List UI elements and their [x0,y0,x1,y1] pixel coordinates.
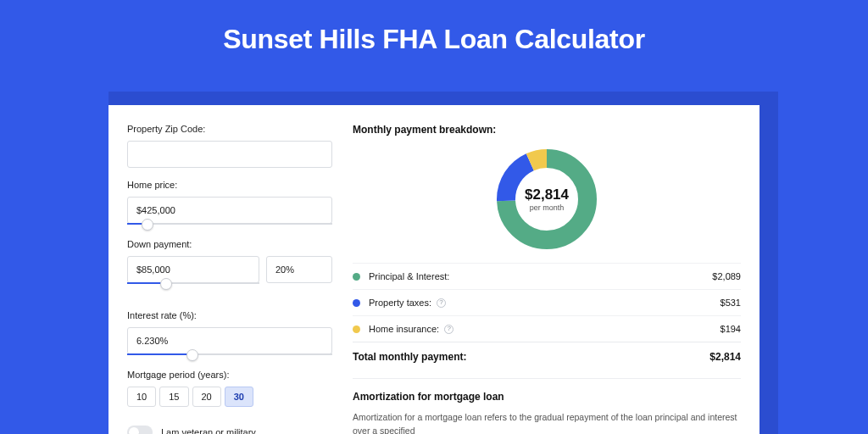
total-label: Total monthly payment: [353,351,709,363]
calculator-card: Property Zip Code: Home price: Down paym… [108,105,760,434]
veteran-toggle-knob [129,427,139,434]
veteran-toggle-row: I am veteran or military [127,426,332,434]
amortization-title: Amortization for mortgage loan [353,391,741,403]
period-btn-15[interactable]: 15 [159,387,188,407]
page-title: Sunset Hills FHA Loan Calculator [0,0,868,70]
donut-subtext: per month [530,203,565,212]
legend-dot-blue [353,299,360,307]
info-icon[interactable]: ? [437,298,446,308]
info-icon[interactable]: ? [444,325,453,334]
legend-label-taxes-text: Property taxes: [369,298,431,308]
period-btn-30[interactable]: 30 [225,387,253,407]
breakdown-title: Monthly payment breakdown: [353,124,741,136]
period-btn-10[interactable]: 10 [127,387,156,407]
breakdown-panel: Monthly payment breakdown: $2,814 per mo… [353,124,741,364]
legend-dot-yellow [353,326,360,333]
donut-amount: $2,814 [525,186,569,203]
zip-label: Property Zip Code: [127,124,332,134]
legend-row-principal: Principal & Interest: $2,089 [353,263,741,289]
breakdown-column: Monthly payment breakdown: $2,814 per mo… [353,124,741,434]
down-payment-input[interactable] [127,256,259,283]
donut-chart: $2,814 per month [495,147,598,251]
legend-val-insurance: $194 [721,324,741,334]
legend-label-insurance: Home insurance: ? [369,324,721,334]
form-column: Property Zip Code: Home price: Down paym… [127,124,332,434]
total-value: $2,814 [709,351,741,363]
home-price-input[interactable] [127,197,332,224]
down-payment-slider-fill [127,282,164,284]
home-price-label: Home price: [127,180,332,190]
zip-input[interactable] [127,141,332,168]
home-price-field-group: Home price: [127,180,332,224]
home-price-slider-track [147,223,332,225]
legend-label-insurance-text: Home insurance: [369,324,439,334]
period-field-group: Mortgage period (years): 10 15 20 30 [127,370,332,407]
legend-val-taxes: $531 [721,298,741,308]
interest-slider-thumb[interactable] [186,349,198,361]
legend-label-taxes: Property taxes: ? [369,298,721,308]
legend-dot-green [353,273,360,281]
interest-input[interactable] [127,327,332,354]
down-payment-slider-track [164,282,259,284]
period-label: Mortgage period (years): [127,370,332,380]
interest-slider-track [192,353,332,355]
interest-label: Interest rate (%): [127,310,332,320]
period-options: 10 15 20 30 [127,387,332,407]
amortization-text: Amortization for a mortgage loan refers … [353,411,741,434]
down-payment-label: Down payment: [127,239,332,249]
interest-slider-fill [127,353,192,355]
legend-row-taxes: Property taxes: ? $531 [353,289,741,315]
veteran-toggle[interactable] [127,426,153,434]
interest-field-group: Interest rate (%): [127,310,332,354]
period-btn-20[interactable]: 20 [192,387,221,407]
legend-label-principal: Principal & Interest: [369,271,712,281]
down-payment-field-group: Down payment: [127,239,332,298]
total-row: Total monthly payment: $2,814 [353,342,741,364]
amortization-panel: Amortization for mortgage loan Amortizat… [353,378,741,434]
zip-field-group: Property Zip Code: [127,124,332,168]
down-payment-slider-thumb[interactable] [160,278,172,290]
donut-chart-wrap: $2,814 per month [353,144,741,263]
veteran-label: I am veteran or military [161,427,256,434]
legend-row-insurance: Home insurance: ? $194 [353,315,741,342]
legend-val-principal: $2,089 [712,271,741,281]
donut-center: $2,814 per month [495,147,598,251]
home-price-slider-thumb[interactable] [142,219,153,231]
down-payment-pct-input[interactable] [266,256,332,283]
